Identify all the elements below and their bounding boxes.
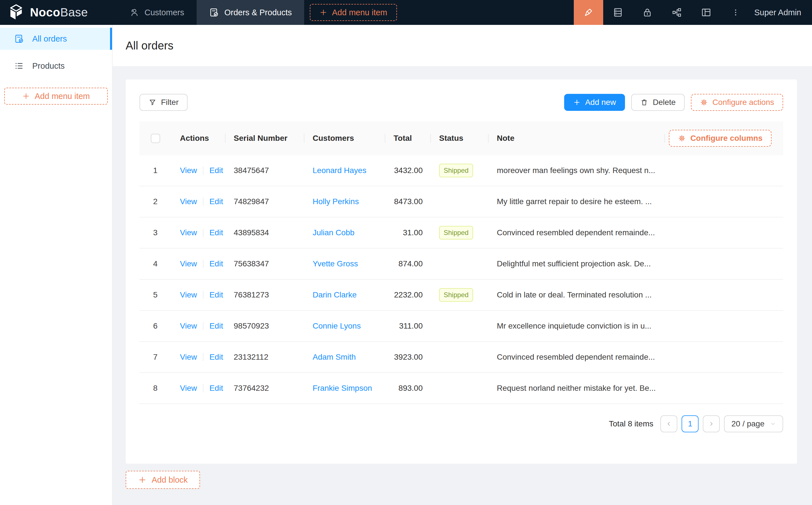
status-tag: Shipped [439, 164, 473, 177]
total-cell: 31.00 [385, 228, 430, 237]
customer-link[interactable]: Connie Lyons [313, 322, 361, 330]
note-cell: Mr excellence inquietude conviction is i… [488, 322, 664, 331]
customer-link[interactable]: Holly Perkins [313, 197, 359, 206]
view-link[interactable]: View [180, 197, 197, 206]
user-menu[interactable]: Super Admin [750, 0, 812, 25]
status-tag: Shipped [439, 226, 473, 239]
customer-link[interactable]: Adam Smith [313, 353, 356, 361]
column-header-note: Note [488, 121, 664, 155]
configure-actions-button[interactable]: Configure actions [691, 94, 783, 111]
topbar: NocoBase Customers Orders [0, 0, 812, 25]
actions-divider [203, 260, 204, 268]
gear-icon [700, 99, 708, 106]
brand-name: NocoBase [30, 6, 88, 19]
view-link[interactable]: View [180, 259, 197, 268]
row-actions: View Edit [171, 384, 225, 393]
page-size-select[interactable]: 20 / page [724, 415, 783, 432]
plus-icon [138, 476, 147, 484]
tab-orders-products[interactable]: Orders & Products [196, 0, 304, 25]
note-cell: Delightful met sufficient projection ask… [488, 259, 664, 268]
table-row: 2 View Edit 74829847 Holly Perkins 8473.… [139, 186, 783, 217]
sidebar-add-menu-item-button[interactable]: Add menu item [4, 88, 108, 105]
total-cell: 893.00 [385, 384, 430, 393]
sidebar-item-all-orders[interactable]: All orders [0, 28, 112, 50]
more-menu-button[interactable] [721, 0, 750, 25]
table-row: 6 View Edit 98570923 Connie Lyons 311.00… [139, 311, 783, 342]
topbar-right: Super Admin [574, 0, 812, 25]
row-index: 1 [139, 166, 171, 175]
view-link[interactable]: View [180, 322, 197, 331]
previous-page-button[interactable] [660, 415, 677, 432]
row-actions: View Edit [171, 166, 225, 175]
trash-icon [640, 99, 648, 106]
view-link[interactable]: View [180, 228, 197, 237]
status-cell: Shipped [430, 226, 488, 239]
table-row: 5 View Edit 76381273 Darin Clarke 2232.0… [139, 280, 783, 311]
customer-cell: Julian Cobb [304, 228, 385, 237]
delete-button[interactable]: Delete [631, 94, 685, 111]
database-button[interactable] [603, 0, 633, 25]
layout: All orders Products Add menu item [0, 25, 812, 505]
actions-divider [203, 229, 204, 237]
actions-divider [203, 198, 204, 205]
select-all-checkbox[interactable] [151, 134, 160, 143]
gear-icon [678, 134, 686, 142]
edit-link[interactable]: Edit [210, 259, 223, 268]
edit-link[interactable]: Edit [210, 353, 223, 362]
edit-link[interactable]: Edit [210, 197, 223, 206]
column-header-customers: Customers [304, 121, 385, 155]
ui-editor-toggle-button[interactable] [574, 0, 603, 25]
edit-link[interactable]: Edit [210, 228, 223, 237]
serial-number-cell: 43895834 [225, 228, 304, 237]
view-link[interactable]: View [180, 353, 197, 362]
filter-icon [149, 99, 156, 106]
edit-link[interactable]: Edit [210, 322, 223, 331]
next-page-button[interactable] [703, 415, 720, 432]
edit-link[interactable]: Edit [210, 290, 223, 300]
column-header-total: Total [385, 121, 430, 155]
note-cell: Cold in late or deal. Terminated resolut… [488, 290, 664, 300]
tab-customers[interactable]: Customers [117, 0, 196, 25]
sidebar-item-products[interactable]: Products [0, 55, 112, 77]
note-cell: Request norland neither mistake for yet.… [488, 384, 664, 393]
table-toolbar: Filter Add new [139, 94, 783, 111]
pagination: Total 8 items 1 20 / page [139, 415, 783, 432]
topbar-add-menu-item-button[interactable]: Add menu item [310, 4, 397, 21]
tab-label: Customers [145, 8, 184, 17]
actions-divider [203, 322, 204, 330]
list-icon [14, 61, 24, 71]
view-link[interactable]: View [180, 166, 197, 175]
configure-columns-button[interactable]: Configure columns [669, 130, 772, 147]
filter-button[interactable]: Filter [139, 94, 187, 111]
column-header-actions: Actions [171, 121, 225, 155]
customer-link[interactable]: Frankie Simpson [313, 384, 372, 392]
row-index: 8 [139, 384, 171, 393]
lock-icon [642, 7, 653, 18]
actions-divider [203, 291, 204, 299]
plugin-button[interactable] [662, 0, 691, 25]
status-cell: Shipped [430, 164, 488, 177]
table-header: Actions Serial Number Customers Total St… [139, 121, 783, 155]
database-icon [613, 7, 623, 18]
total-cell: 311.00 [385, 322, 430, 331]
customer-link[interactable]: Yvette Gross [313, 259, 358, 268]
brand-logo[interactable]: NocoBase [0, 0, 99, 25]
add-block-button[interactable]: Add block [126, 471, 200, 489]
view-link[interactable]: View [180, 384, 197, 393]
page-number-button[interactable]: 1 [682, 415, 698, 432]
edit-link[interactable]: Edit [210, 166, 223, 175]
edit-link[interactable]: Edit [210, 384, 223, 393]
customer-link[interactable]: Leonard Hayes [313, 166, 366, 175]
add-new-button[interactable]: Add new [564, 94, 625, 111]
select-all-cell [139, 121, 171, 155]
lock-button[interactable] [633, 0, 662, 25]
customer-link[interactable]: Darin Clarke [313, 290, 357, 299]
layout-button[interactable] [691, 0, 721, 25]
serial-number-cell: 76381273 [225, 290, 304, 300]
actions-divider [203, 384, 204, 392]
view-link[interactable]: View [180, 290, 197, 300]
page-header: All orders [113, 25, 812, 66]
sidebar: All orders Products Add menu item [0, 25, 113, 505]
customer-link[interactable]: Julian Cobb [313, 228, 355, 237]
total-cell: 3923.00 [385, 353, 430, 362]
